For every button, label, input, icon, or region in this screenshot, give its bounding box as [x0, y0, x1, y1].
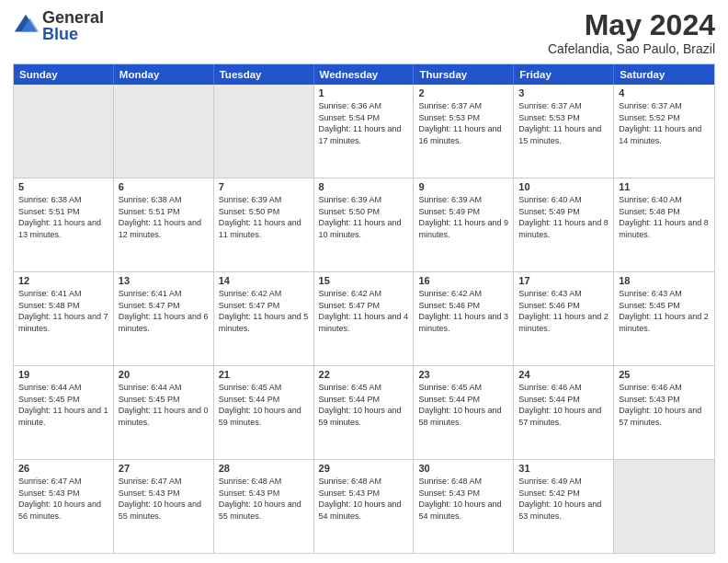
- cell-day-number: 29: [319, 463, 409, 474]
- cell-day-number: 7: [219, 181, 309, 192]
- cal-cell: 11Sunrise: 6:40 AM Sunset: 5:48 PM Dayli…: [614, 178, 714, 271]
- cell-day-number: 27: [119, 463, 209, 474]
- cell-day-number: 20: [119, 369, 209, 380]
- cell-info: Sunrise: 6:39 AM Sunset: 5:49 PM Dayligh…: [418, 194, 508, 240]
- cell-info: Sunrise: 6:44 AM Sunset: 5:45 PM Dayligh…: [119, 382, 209, 428]
- cell-info: Sunrise: 6:45 AM Sunset: 5:44 PM Dayligh…: [418, 382, 508, 428]
- cell-info: Sunrise: 6:48 AM Sunset: 5:43 PM Dayligh…: [418, 476, 508, 522]
- cal-week-4: 19Sunrise: 6:44 AM Sunset: 5:45 PM Dayli…: [14, 365, 714, 459]
- cell-info: Sunrise: 6:42 AM Sunset: 5:47 PM Dayligh…: [219, 288, 309, 334]
- cell-info: Sunrise: 6:40 AM Sunset: 5:48 PM Dayligh…: [619, 194, 710, 240]
- cell-day-number: 22: [319, 369, 409, 380]
- cal-cell: 3Sunrise: 6:37 AM Sunset: 5:53 PM Daylig…: [514, 85, 614, 178]
- cal-cell: 22Sunrise: 6:45 AM Sunset: 5:44 PM Dayli…: [314, 366, 415, 459]
- cell-info: Sunrise: 6:45 AM Sunset: 5:44 PM Dayligh…: [219, 382, 309, 428]
- page: General Blue May 2024 Cafelandia, Sao Pa…: [0, 0, 728, 563]
- cal-cell: 24Sunrise: 6:46 AM Sunset: 5:44 PM Dayli…: [514, 366, 614, 459]
- cal-cell: 1Sunrise: 6:36 AM Sunset: 5:54 PM Daylig…: [314, 85, 415, 178]
- cal-cell: 2Sunrise: 6:37 AM Sunset: 5:53 PM Daylig…: [414, 85, 514, 178]
- cal-cell: 7Sunrise: 6:39 AM Sunset: 5:50 PM Daylig…: [214, 178, 314, 271]
- location: Cafelandia, Sao Paulo, Brazil: [548, 41, 715, 56]
- cell-info: Sunrise: 6:41 AM Sunset: 5:47 PM Dayligh…: [119, 288, 209, 334]
- cell-info: Sunrise: 6:39 AM Sunset: 5:50 PM Dayligh…: [219, 194, 309, 240]
- cell-info: Sunrise: 6:36 AM Sunset: 5:54 PM Dayligh…: [319, 100, 409, 146]
- cal-cell: [614, 460, 714, 553]
- cal-cell: 29Sunrise: 6:48 AM Sunset: 5:43 PM Dayli…: [314, 460, 415, 553]
- cell-info: Sunrise: 6:37 AM Sunset: 5:53 PM Dayligh…: [518, 100, 609, 146]
- cal-cell: [114, 85, 214, 178]
- cell-day-number: 3: [518, 87, 609, 98]
- cal-header-wednesday: Wednesday: [314, 64, 415, 85]
- cal-header-thursday: Thursday: [414, 64, 514, 85]
- cell-day-number: 12: [18, 275, 108, 286]
- cell-day-number: 5: [18, 181, 108, 192]
- cell-info: Sunrise: 6:46 AM Sunset: 5:43 PM Dayligh…: [619, 382, 710, 428]
- cell-day-number: 16: [418, 275, 508, 286]
- cal-cell: 13Sunrise: 6:41 AM Sunset: 5:47 PM Dayli…: [114, 272, 214, 365]
- cell-day-number: 21: [219, 369, 309, 380]
- cal-cell: 21Sunrise: 6:45 AM Sunset: 5:44 PM Dayli…: [214, 366, 314, 459]
- cal-cell: 25Sunrise: 6:46 AM Sunset: 5:43 PM Dayli…: [614, 366, 714, 459]
- cal-cell: 6Sunrise: 6:38 AM Sunset: 5:51 PM Daylig…: [114, 178, 214, 271]
- cal-header-monday: Monday: [114, 64, 214, 85]
- cell-info: Sunrise: 6:45 AM Sunset: 5:44 PM Dayligh…: [319, 382, 409, 428]
- cell-info: Sunrise: 6:38 AM Sunset: 5:51 PM Dayligh…: [18, 194, 108, 240]
- cal-week-2: 5Sunrise: 6:38 AM Sunset: 5:51 PM Daylig…: [14, 178, 714, 271]
- cell-day-number: 23: [418, 369, 508, 380]
- cal-cell: 14Sunrise: 6:42 AM Sunset: 5:47 PM Dayli…: [214, 272, 314, 365]
- cell-day-number: 4: [619, 87, 710, 98]
- cell-info: Sunrise: 6:41 AM Sunset: 5:48 PM Dayligh…: [18, 288, 108, 334]
- cell-info: Sunrise: 6:48 AM Sunset: 5:43 PM Dayligh…: [319, 476, 409, 522]
- month-title: May 2024: [548, 9, 715, 41]
- cal-cell: 4Sunrise: 6:37 AM Sunset: 5:52 PM Daylig…: [614, 85, 714, 178]
- cell-day-number: 17: [518, 275, 609, 286]
- cell-info: Sunrise: 6:47 AM Sunset: 5:43 PM Dayligh…: [18, 476, 108, 522]
- cal-cell: 18Sunrise: 6:43 AM Sunset: 5:45 PM Dayli…: [614, 272, 714, 365]
- cal-header-friday: Friday: [514, 64, 614, 85]
- cell-day-number: 11: [619, 181, 710, 192]
- calendar: SundayMondayTuesdayWednesdayThursdayFrid…: [13, 63, 715, 554]
- cell-day-number: 9: [418, 181, 508, 192]
- cell-day-number: 2: [418, 87, 508, 98]
- cell-day-number: 14: [219, 275, 309, 286]
- cal-header-sunday: Sunday: [14, 64, 114, 85]
- cell-day-number: 31: [518, 463, 609, 474]
- cal-header-saturday: Saturday: [614, 64, 714, 85]
- logo: General Blue: [13, 9, 104, 42]
- cell-day-number: 13: [119, 275, 209, 286]
- cell-day-number: 15: [319, 275, 409, 286]
- cell-info: Sunrise: 6:37 AM Sunset: 5:52 PM Dayligh…: [619, 100, 710, 146]
- cal-cell: 16Sunrise: 6:42 AM Sunset: 5:46 PM Dayli…: [414, 272, 514, 365]
- cal-week-5: 26Sunrise: 6:47 AM Sunset: 5:43 PM Dayli…: [14, 459, 714, 553]
- cell-info: Sunrise: 6:49 AM Sunset: 5:42 PM Dayligh…: [518, 476, 609, 522]
- cal-cell: 27Sunrise: 6:47 AM Sunset: 5:43 PM Dayli…: [114, 460, 214, 553]
- cell-day-number: 26: [18, 463, 108, 474]
- cell-info: Sunrise: 6:46 AM Sunset: 5:44 PM Dayligh…: [518, 382, 609, 428]
- cal-cell: 30Sunrise: 6:48 AM Sunset: 5:43 PM Dayli…: [414, 460, 514, 553]
- cell-day-number: 24: [518, 369, 609, 380]
- cal-cell: [214, 85, 314, 178]
- header: General Blue May 2024 Cafelandia, Sao Pa…: [13, 9, 715, 56]
- cal-cell: [14, 85, 114, 178]
- cell-day-number: 28: [219, 463, 309, 474]
- cal-cell: 31Sunrise: 6:49 AM Sunset: 5:42 PM Dayli…: [514, 460, 614, 553]
- logo-icon: [13, 13, 39, 39]
- cal-cell: 23Sunrise: 6:45 AM Sunset: 5:44 PM Dayli…: [414, 366, 514, 459]
- logo-text: General Blue: [42, 9, 104, 42]
- cell-info: Sunrise: 6:37 AM Sunset: 5:53 PM Dayligh…: [418, 100, 508, 146]
- cal-week-1: 1Sunrise: 6:36 AM Sunset: 5:54 PM Daylig…: [14, 85, 714, 178]
- cell-day-number: 10: [518, 181, 609, 192]
- cal-cell: 28Sunrise: 6:48 AM Sunset: 5:43 PM Dayli…: [214, 460, 314, 553]
- cell-info: Sunrise: 6:47 AM Sunset: 5:43 PM Dayligh…: [119, 476, 209, 522]
- cal-cell: 12Sunrise: 6:41 AM Sunset: 5:48 PM Dayli…: [14, 272, 114, 365]
- cell-info: Sunrise: 6:40 AM Sunset: 5:49 PM Dayligh…: [518, 194, 609, 240]
- cell-day-number: 19: [18, 369, 108, 380]
- cal-cell: 20Sunrise: 6:44 AM Sunset: 5:45 PM Dayli…: [114, 366, 214, 459]
- cal-cell: 17Sunrise: 6:43 AM Sunset: 5:46 PM Dayli…: [514, 272, 614, 365]
- cell-day-number: 25: [619, 369, 710, 380]
- cell-day-number: 6: [119, 181, 209, 192]
- cell-info: Sunrise: 6:38 AM Sunset: 5:51 PM Dayligh…: [119, 194, 209, 240]
- cal-week-3: 12Sunrise: 6:41 AM Sunset: 5:48 PM Dayli…: [14, 271, 714, 365]
- cal-cell: 26Sunrise: 6:47 AM Sunset: 5:43 PM Dayli…: [14, 460, 114, 553]
- cell-day-number: 1: [319, 87, 409, 98]
